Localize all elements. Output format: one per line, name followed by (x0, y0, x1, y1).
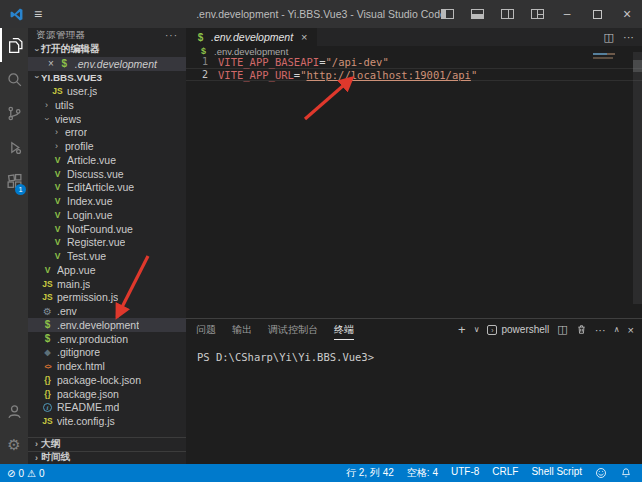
sidebar-more-icon[interactable]: ··· (165, 30, 178, 41)
panel-tab-调试控制台[interactable]: 调试控制台 (268, 323, 318, 337)
vue-file-icon: V (52, 155, 63, 165)
tree-item-user.js[interactable]: JSuser.js (28, 84, 186, 98)
json-file-icon: {} (42, 389, 53, 399)
env-file-icon: $ (195, 32, 206, 43)
tree-item-README.md[interactable]: iREADME.md (28, 401, 186, 415)
settings-gear-icon[interactable]: ⚙ (0, 428, 28, 462)
tab-env-development[interactable]: $ .env.development × (186, 28, 317, 46)
tree-item-permission.js[interactable]: JSpermission.js (28, 291, 186, 305)
open-editors-label: 打开的编辑器 (41, 43, 100, 56)
token-key: VITE_APP_URL (218, 69, 294, 81)
tree-item-utils[interactable]: ›utils (28, 98, 186, 112)
status-item[interactable]: 行 2, 列 42 (346, 466, 394, 480)
tree-item-label: Test.vue (67, 250, 106, 262)
terminal-dropdown-icon[interactable]: ∨ (474, 325, 480, 334)
source-control-icon[interactable] (0, 96, 28, 130)
terminal-shell-select[interactable]: ›powershell (487, 324, 549, 335)
tree-item-.gitignore[interactable]: ◆.gitignore (28, 346, 186, 360)
split-terminal-icon[interactable]: ◫ (557, 323, 567, 336)
tree-item-label: NotFound.vue (67, 223, 133, 235)
tree-item-label: EditArticle.vue (67, 181, 134, 193)
chevron-right-icon: › (42, 100, 51, 110)
code-line-1[interactable]: 1VITE_APP_BASEAPI="/api-dev" (186, 55, 642, 68)
run-debug-icon[interactable] (0, 130, 28, 164)
js-file-icon: JS (42, 416, 53, 426)
close-tab-icon[interactable]: × (301, 31, 307, 43)
kill-terminal-icon[interactable] (576, 324, 587, 335)
error-count: 0 (18, 468, 24, 479)
problems-status[interactable]: ⊘ 0 ⚠ 0 (7, 468, 44, 479)
panel-tabbar: 问题输出调试控制台终端+∨›powershell◫···∧× (186, 319, 642, 340)
customize-layout-icon[interactable] (522, 0, 552, 28)
status-item[interactable]: 空格: 4 (407, 466, 438, 480)
tree-item-index.html[interactable]: <>index.html (28, 359, 186, 373)
code-line-2[interactable]: 2VITE_APP_URL="http://localhost:19001/ap… (186, 68, 642, 81)
new-terminal-icon[interactable]: + (458, 322, 466, 337)
panel-tab-输出[interactable]: 输出 (232, 323, 252, 337)
status-item[interactable]: UTF-8 (451, 466, 479, 480)
open-editor-item[interactable]: × $ .env.development (28, 57, 186, 71)
tree-item-Register.vue[interactable]: VRegister.vue (28, 236, 186, 250)
panel-more-icon[interactable]: ··· (595, 324, 606, 336)
env-file-icon: $ (59, 58, 70, 69)
minimap (593, 57, 613, 59)
tree-item-.env.production[interactable]: $.env.production (28, 332, 186, 346)
toggle-secondary-sidebar-icon[interactable] (492, 0, 522, 28)
outline-section[interactable]: › 大纲 (28, 437, 186, 451)
notifications-bell-icon[interactable] (620, 467, 632, 479)
tree-item-label: views (55, 113, 81, 125)
maximize-panel-icon[interactable]: ∧ (614, 325, 620, 334)
tree-item-main.js[interactable]: JSmain.js (28, 277, 186, 291)
tree-item-Test.vue[interactable]: VTest.vue (28, 249, 186, 263)
explorer-icon[interactable] (0, 28, 28, 62)
feedback-icon[interactable] (595, 467, 607, 479)
tree-item-NotFound.vue[interactable]: VNotFound.vue (28, 222, 186, 236)
toggle-sidebar-icon[interactable] (432, 0, 462, 28)
search-icon[interactable] (0, 62, 28, 96)
tree-item-Login.vue[interactable]: VLogin.vue (28, 208, 186, 222)
account-icon[interactable] (0, 394, 28, 428)
close-button[interactable]: × (612, 0, 642, 28)
timeline-section[interactable]: › 时间线 (28, 451, 186, 465)
close-panel-icon[interactable]: × (628, 324, 634, 336)
panel-tab-问题[interactable]: 问题 (196, 323, 216, 337)
terminal-prompt[interactable]: PS D:\CSharp\Yi\Yi.BBS.Vue3> (197, 351, 642, 363)
vue-file-icon: V (52, 196, 63, 206)
tree-item-EditArticle.vue[interactable]: VEditArticle.vue (28, 181, 186, 195)
tree-item-App.vue[interactable]: VApp.vue (28, 263, 186, 277)
tree-item-package-lock.json[interactable]: {}package-lock.json (28, 373, 186, 387)
editor-more-icon[interactable]: ··· (623, 31, 634, 43)
panel-tab-终端[interactable]: 终端 (334, 323, 354, 340)
split-editor-icon[interactable]: ◫ (604, 31, 614, 44)
line-number: 1 (186, 56, 208, 67)
status-item[interactable]: CRLF (492, 466, 518, 480)
open-editors-header[interactable]: › 打开的编辑器 (28, 43, 186, 57)
close-editor-icon[interactable]: × (48, 58, 54, 69)
tree-item-error[interactable]: ›error (28, 126, 186, 140)
scrollbar[interactable] (633, 52, 642, 304)
tree-item-Discuss.vue[interactable]: VDiscuss.vue (28, 167, 186, 181)
status-right: 行 2, 列 42空格: 4UTF-8CRLFShell Script (346, 466, 642, 480)
env-file-icon: $ (42, 319, 53, 330)
code-area[interactable]: 1VITE_APP_BASEAPI="/api-dev"2VITE_APP_UR… (186, 55, 642, 81)
tree-item-Article.vue[interactable]: VArticle.vue (28, 153, 186, 167)
tree-item-views[interactable]: ›views (28, 112, 186, 126)
tree-item-.env.development[interactable]: $.env.development (28, 318, 186, 332)
tree-item-vite.config.js[interactable]: JSvite.config.js (28, 414, 186, 428)
tree-item-package.json[interactable]: {}package.json (28, 387, 186, 401)
minimize-button[interactable]: – (552, 0, 582, 28)
tree-item-label: vite.config.js (57, 415, 115, 427)
toggle-panel-icon[interactable] (462, 0, 492, 28)
tree-item-label: main.js (57, 278, 90, 290)
menu-icon[interactable]: ≡ (34, 6, 42, 22)
json-file-icon: {} (42, 375, 53, 385)
project-root-header[interactable]: › YI.BBS.VUE3 (28, 71, 186, 85)
maximize-button[interactable] (582, 0, 612, 28)
tree-item-Index.vue[interactable]: VIndex.vue (28, 194, 186, 208)
tree-item-profile[interactable]: ›profile (28, 139, 186, 153)
tree-item-label: user.js (67, 85, 97, 97)
vscode-window: ≡ .env.development - Yi.BBS.Vue3 - Visua… (0, 0, 642, 482)
extensions-icon[interactable]: 1 (0, 164, 28, 198)
tree-item-.env[interactable]: ⚙.env (28, 304, 186, 318)
status-item[interactable]: Shell Script (531, 466, 582, 480)
